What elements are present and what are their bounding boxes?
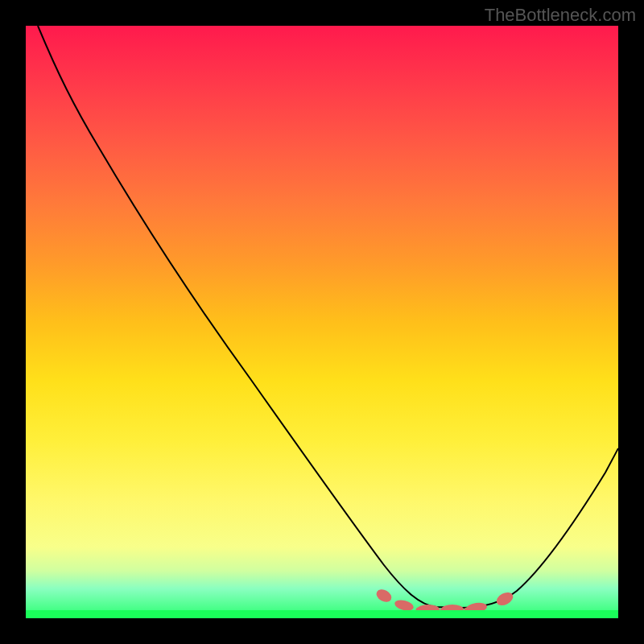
watermark-text: TheBottleneck.com	[485, 5, 636, 26]
green-base-bar	[26, 610, 618, 618]
chart-svg	[26, 26, 618, 618]
optimal-marker-right	[494, 590, 515, 609]
bottleneck-curve	[38, 26, 618, 608]
optimal-marker-left	[374, 587, 394, 605]
chart-plot-area	[26, 26, 618, 618]
